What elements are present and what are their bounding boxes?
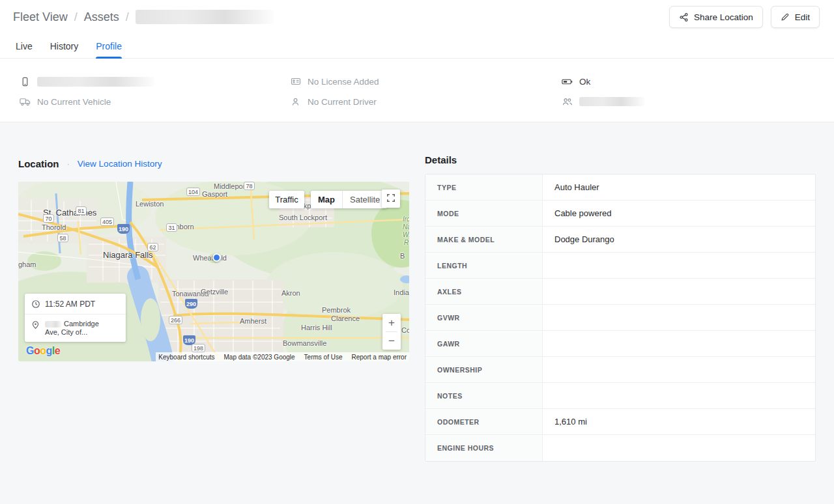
- location-info-card: 11:52 AM PDT Cambridge Ave, City of...: [25, 294, 126, 342]
- share-location-label: Share Location: [694, 12, 753, 22]
- info-license-label: No License Added: [308, 77, 379, 87]
- battery-icon: [562, 76, 573, 87]
- zoom-out-button[interactable]: −: [382, 332, 401, 350]
- details-row-label: NOTES: [425, 383, 543, 408]
- fullscreen-icon: [386, 193, 395, 204]
- map-attribution-item: Map data ©2023 Google: [223, 354, 295, 361]
- google-logo-letter: o: [34, 345, 40, 356]
- google-logo-letter: o: [40, 345, 46, 356]
- info-driver: No Current Driver: [290, 96, 562, 107]
- tab-profile[interactable]: Profile: [96, 34, 122, 58]
- info-driver-label: No Current Driver: [308, 97, 377, 107]
- details-row-label: GVWR: [425, 305, 543, 330]
- breadcrumb-separator: /: [74, 10, 78, 24]
- details-row: AXLES: [425, 279, 815, 305]
- clock-icon: [31, 300, 40, 309]
- tab-live[interactable]: Live: [16, 34, 33, 58]
- details-row-label: TYPE: [425, 175, 543, 200]
- people-icon: [562, 96, 573, 107]
- location-address: Cambridge Ave, City of...: [45, 320, 99, 337]
- crew-redacted: [579, 97, 644, 106]
- view-location-history-link[interactable]: View Location History: [78, 159, 162, 169]
- tab-history[interactable]: History: [50, 34, 79, 58]
- details-row-value: [543, 331, 815, 356]
- asset-info-bar: No License Added Ok No Current Vehicle N…: [0, 59, 834, 122]
- info-license: No License Added: [290, 76, 562, 87]
- address-number-redacted: [45, 321, 62, 328]
- google-logo-letter: G: [26, 345, 34, 356]
- share-location-button[interactable]: Share Location: [669, 6, 763, 28]
- address-line2: Ave, City of...: [45, 328, 87, 336]
- details-row: MAKE & MODELDodge Durango: [425, 227, 815, 253]
- content-area: Location · View Location History: [0, 122, 834, 504]
- location-time-row: 11:52 AM PDT: [25, 294, 126, 315]
- details-row-value: [543, 383, 815, 408]
- traffic-toggle-button[interactable]: Traffic: [269, 191, 304, 208]
- details-row: NOTES: [425, 383, 815, 409]
- map-attribution-item[interactable]: Terms of Use: [304, 354, 343, 361]
- dot-separator: ·: [67, 159, 70, 169]
- details-row: GVWR: [425, 305, 815, 331]
- zoom-control: + −: [382, 314, 401, 350]
- address-line1: Cambridge: [64, 320, 99, 328]
- details-row-value: [543, 357, 815, 382]
- details-table: TYPEAuto HaulerMODECable poweredMAKE & M…: [425, 174, 816, 462]
- map-type-control: Map Satellite: [311, 191, 387, 208]
- google-logo-letter: g: [46, 345, 52, 356]
- mobile-device-icon: [20, 76, 31, 87]
- info-phone: [20, 76, 290, 87]
- details-row-label: MAKE & MODEL: [425, 227, 543, 252]
- details-row-label: GAWR: [425, 331, 543, 356]
- info-gateway-status: Ok: [579, 77, 590, 87]
- details-row-value: Dodge Durango: [543, 227, 815, 252]
- details-row-value: [543, 305, 815, 330]
- google-logo[interactable]: Google: [26, 345, 60, 357]
- google-logo-letter: e: [55, 345, 60, 356]
- location-heading: Location: [18, 158, 59, 169]
- top-bar: Fleet View / Assets / Share Location Edi…: [0, 0, 834, 34]
- details-row-value: [543, 253, 815, 278]
- person-icon: [290, 96, 301, 107]
- details-row: ENGINE HOURS: [425, 435, 815, 461]
- pencil-icon: [781, 12, 790, 21]
- details-row: OWNERSHIP: [425, 357, 815, 383]
- edit-label: Edit: [795, 12, 810, 22]
- details-heading: Details: [425, 154, 457, 165]
- truck-icon: [20, 96, 31, 107]
- details-row-label: ODOMETER: [425, 409, 543, 434]
- location-header: Location · View Location History: [18, 158, 162, 169]
- map-type-satellite-button[interactable]: Satellite: [343, 191, 387, 208]
- map-type-map-button[interactable]: Map: [311, 191, 342, 208]
- share-icon: [679, 12, 689, 22]
- asset-name-redacted: [136, 10, 274, 24]
- info-vehicle-label: No Current Vehicle: [37, 97, 111, 107]
- details-row-value: [543, 279, 815, 304]
- phone-number-redacted: [37, 77, 154, 87]
- details-row-value: [543, 435, 815, 461]
- details-row-label: ENGINE HOURS: [425, 435, 543, 461]
- details-row: GAWR: [425, 331, 815, 357]
- details-row: MODECable powered: [425, 201, 815, 227]
- zoom-in-button[interactable]: +: [382, 314, 401, 331]
- details-row-value: 1,610 mi: [543, 409, 815, 434]
- details-row-label: AXLES: [425, 279, 543, 304]
- location-timestamp: 11:52 AM PDT: [45, 300, 95, 309]
- breadcrumb: Fleet View / Assets /: [13, 10, 274, 24]
- license-card-icon: [290, 76, 301, 87]
- fullscreen-button[interactable]: [382, 189, 400, 208]
- map-attribution-item[interactable]: Report a map error: [352, 354, 407, 361]
- breadcrumb-assets[interactable]: Assets: [84, 10, 119, 24]
- details-row-label: MODE: [425, 201, 543, 226]
- details-row-value: Auto Hauler: [543, 175, 815, 200]
- traffic-label: Traffic: [275, 195, 298, 204]
- map-canvas[interactable]: MiddleportGasportLockportSouth LockportS…: [18, 182, 409, 361]
- map-attribution-item[interactable]: Keyboard shortcuts: [158, 354, 214, 361]
- info-gateway: Ok: [562, 76, 834, 87]
- asset-location-dot[interactable]: [212, 253, 221, 262]
- breadcrumb-fleet-view[interactable]: Fleet View: [13, 10, 68, 24]
- details-row: TYPEAuto Hauler: [425, 175, 815, 201]
- edit-button[interactable]: Edit: [771, 6, 820, 28]
- map-pin-icon: [31, 320, 40, 329]
- breadcrumb-separator: /: [126, 10, 129, 24]
- info-vehicle: No Current Vehicle: [20, 96, 290, 107]
